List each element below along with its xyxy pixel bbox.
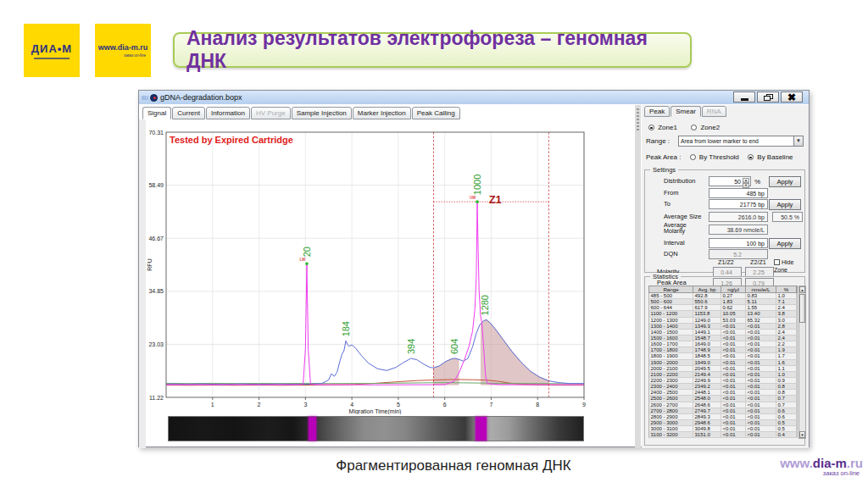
tab-signal[interactable]: Signal <box>142 107 171 119</box>
from-input[interactable]: 485 bp <box>709 188 768 198</box>
table-cell: 65.32 <box>746 318 776 323</box>
table-cell: 2800 - 2900 <box>649 414 693 419</box>
table-row[interactable]: 1100 - 12001153.810.0513.403.8 <box>648 311 798 317</box>
table-row[interactable]: 1700 - 18001748.9<0.01<0.011.9 <box>648 347 798 353</box>
slide: ДИА•М www.dia-m.ru заказ on-line Анализ … <box>0 0 868 488</box>
tab-current[interactable]: Current <box>172 107 205 119</box>
zone2-radio[interactable] <box>691 125 697 130</box>
table-cell: <0.01 <box>721 360 746 365</box>
table-cell: <0.01 <box>721 366 746 371</box>
chevron-down-icon[interactable]: ▼ <box>793 136 803 146</box>
statistics-scrollbar[interactable]: ▲ ▼ <box>798 286 806 439</box>
table-row[interactable]: 485 - 500492.80.270.831.0 <box>648 293 798 299</box>
tab-information[interactable]: Information <box>206 107 250 119</box>
spinner-icon[interactable]: ▲▼ <box>743 178 749 186</box>
to-input[interactable]: 21775 bp <box>709 199 768 209</box>
table-row[interactable]: 1600 - 17001649.0<0.01<0.012.2 <box>648 341 798 347</box>
tab-sample-injection[interactable]: Sample Injection <box>292 107 352 119</box>
table-row[interactable]: 2300 - 24002349.2<0.01<0.010.8 <box>648 384 798 390</box>
to-apply-button[interactable]: Apply <box>769 199 801 210</box>
table-row[interactable]: 2400 - 25002448.1<0.01<0.010.8 <box>648 390 798 396</box>
restore-button[interactable] <box>757 92 779 103</box>
scrollbar-thumb[interactable] <box>799 294 805 323</box>
minimize-button[interactable] <box>733 92 755 103</box>
table-cell: <0.01 <box>746 384 776 389</box>
x-tick-label: 5 <box>397 402 400 408</box>
range-dropdown[interactable]: Area from lower marker to end ▼ <box>678 136 804 147</box>
range-row: Range : Area from lower marker to end ▼ <box>646 137 807 145</box>
table-cell: 0.6 <box>776 414 797 419</box>
smear-zone-b <box>481 319 548 385</box>
table-cell: <0.01 <box>721 426 746 431</box>
window-titlebar[interactable]: Bi gDNA-degradation.bopx ✖ <box>139 91 809 104</box>
interval-input[interactable]: 100 bp <box>709 238 768 248</box>
table-row[interactable]: 1200 - 13001249.053.0365.323.0 <box>648 318 798 324</box>
scroll-down-icon[interactable]: ▼ <box>799 431 805 438</box>
interval-label: Interval <box>664 239 685 247</box>
table-cell: <0.01 <box>721 402 746 408</box>
analysis-panel: PeakSmearRNA Zone1 Zone2 Range : Area fr… <box>642 105 809 448</box>
table-cell: 1249.0 <box>693 318 721 323</box>
table-row[interactable]: 500 - 600550.61.835.117.1 <box>648 299 798 305</box>
table-cell: 1100 - 1200 <box>649 311 693 316</box>
table-row[interactable]: 1300 - 14001349.3<0.01<0.012.8 <box>648 324 798 330</box>
table-row[interactable]: 1800 - 19001848.5<0.01<0.011.7 <box>648 353 798 359</box>
range-label: Range : <box>646 137 670 145</box>
table-row[interactable]: 600 - 644617.90.621.552.4 <box>648 305 798 311</box>
table-row[interactable]: 1400 - 15001449.1<0.01<0.012.4 <box>648 330 798 336</box>
close-button[interactable]: ✖ <box>781 92 803 103</box>
table-cell: 500 - 600 <box>649 299 693 304</box>
panel-splitter[interactable] <box>635 105 641 448</box>
table-row[interactable]: 2000 - 21002049.5<0.01<0.011.1 <box>648 366 798 372</box>
distribution-apply-button[interactable]: Apply <box>769 176 801 187</box>
by-baseline-radio[interactable] <box>748 154 754 160</box>
hide-zone-checkbox[interactable] <box>774 259 780 265</box>
table-row[interactable]: 2600 - 27002648.6<0.01<0.010.7 <box>648 402 798 408</box>
table-row[interactable]: 1500 - 16001548.7<0.01<0.012.4 <box>648 336 798 341</box>
table-row[interactable]: 2900 - 30002948.6<0.01<0.010.5 <box>648 420 798 426</box>
table-row[interactable]: 2100 - 22002149.4<0.01<0.011.0 <box>648 372 798 378</box>
x-tick-label: 6 <box>443 402 447 408</box>
x-tick-label: 7 <box>489 402 492 408</box>
peak-size-label: 184 <box>341 321 351 336</box>
distribution-input[interactable]: 50 ▲▼ <box>709 176 751 186</box>
table-cell: <0.01 <box>721 420 746 425</box>
table-cell: <0.01 <box>746 402 776 408</box>
table-cell: 7.1 <box>776 299 797 304</box>
scroll-up-icon[interactable]: ▲ <box>799 286 805 293</box>
table-cell: 1949.0 <box>693 360 721 365</box>
expired-cartridge-annotation: Tested by Expired Cartridge <box>170 135 293 145</box>
x-tick-label: 4 <box>350 402 353 408</box>
settings-group-label: Settings <box>650 166 678 174</box>
panel-tabstrip: PeakSmearRNA <box>644 106 727 117</box>
table-row[interactable]: 2700 - 28002749.7<0.01<0.010.6 <box>648 408 798 414</box>
table-cell: 1.55 <box>746 305 776 310</box>
table-row[interactable]: 2800 - 29002849.3<0.01<0.010.6 <box>648 414 798 420</box>
peak-area-row: Peak Area : By Threshold By Baseline <box>646 153 793 161</box>
app-mark: Bi <box>142 94 148 102</box>
table-cell: 0.62 <box>721 305 746 310</box>
tab-peak-calling[interactable]: Peak Calling <box>412 107 460 119</box>
table-row[interactable]: 3100 - 32003151.0<0.01<0.010.4 <box>648 432 798 438</box>
range-value: Area from lower marker to end <box>681 138 759 144</box>
table-row[interactable]: 2500 - 26002548.0<0.01<0.010.7 <box>648 396 798 402</box>
table-row[interactable]: 3000 - 31003049.8<0.01<0.010.5 <box>648 426 798 432</box>
table-row[interactable]: 1900 - 20001949.0<0.01<0.011.6 <box>648 360 798 366</box>
table-cell: 3.8 <box>776 311 797 316</box>
tab-marker-injection[interactable]: Marker Injection <box>353 107 411 119</box>
table-cell: 2000 - 2100 <box>649 366 693 371</box>
by-threshold-radio[interactable] <box>690 154 696 160</box>
left-gutter <box>139 119 146 448</box>
table-cell: 1.9 <box>776 347 797 352</box>
table-cell: 1153.8 <box>693 311 721 316</box>
table-row[interactable]: 2200 - 23002249.9<0.01<0.010.9 <box>648 378 798 384</box>
table-cell: 1.1 <box>776 366 797 371</box>
table-cell: 2149.4 <box>693 372 721 377</box>
footer-name: dia-m <box>813 456 847 470</box>
by-threshold-label: By Threshold <box>699 153 739 161</box>
y-tick-label: 23.03 <box>148 341 164 347</box>
average-molarity-label: Average Molarity <box>664 222 704 234</box>
panel-tab-smear[interactable]: Smear <box>670 106 701 117</box>
panel-tab-peak[interactable]: Peak <box>644 106 670 117</box>
zone1-radio[interactable] <box>648 125 654 130</box>
